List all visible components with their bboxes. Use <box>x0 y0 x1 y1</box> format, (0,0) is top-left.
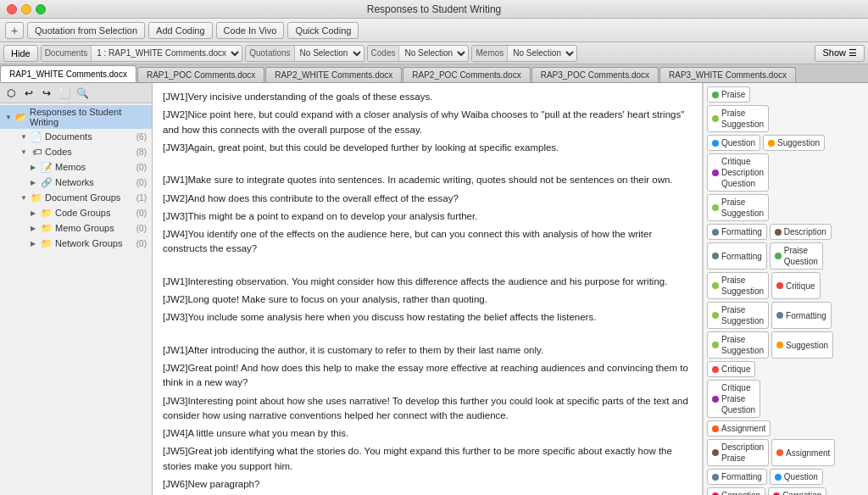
tab-rap3-white[interactable]: RAP3_WHITE Comments.docx <box>659 67 796 82</box>
code-tag-correction2[interactable]: Correction <box>768 487 826 495</box>
code-tag-critique-praise-question[interactable]: Critique Praise Question <box>707 380 760 418</box>
tag-row: Praise Suggestion <box>707 194 865 221</box>
code-tag-praise-suggestion5[interactable]: Praise Suggestion <box>707 331 769 359</box>
sidebar-icon-4[interactable]: ⬜ <box>57 86 72 101</box>
code-tag-formatting2[interactable]: Formatting <box>707 242 767 270</box>
code-dot <box>776 282 783 289</box>
sidebar-icon-1[interactable]: ⬡ <box>3 86 19 101</box>
netgroups-icon: 📁 <box>41 237 53 249</box>
sidebar-item-memos[interactable]: ▶ 📝 Memos (0) <box>0 159 152 175</box>
close-button[interactable] <box>7 4 17 14</box>
code-tag-formatting4[interactable]: Formatting <box>707 469 767 485</box>
minimize-button[interactable] <box>21 4 31 14</box>
code-tag-question2[interactable]: Question <box>770 469 823 485</box>
code-tag-praise-suggestion2[interactable]: Praise Suggestion <box>707 194 769 221</box>
code-dot <box>712 492 719 496</box>
memos-arrow: ▶ <box>31 164 39 171</box>
tag-row: Praise SuggestionSuggestion <box>707 331 865 359</box>
sidebar-item-networks[interactable]: ▶ 🔗 Networks (0) <box>0 175 152 190</box>
codes-select[interactable]: No Selection <box>399 46 468 61</box>
code-tag-label: Critique Praise Question <box>721 382 755 415</box>
tab-rap1-white[interactable]: RAP1_WHITE Comments.docx <box>0 65 136 82</box>
sidebar-item-memo-groups[interactable]: ▶ 📁 Memo Groups (0) <box>0 220 152 236</box>
sidebar-icon-2[interactable]: ↩ <box>21 86 36 101</box>
codes-count: (8) <box>136 147 147 157</box>
code-tag-label: Praise Suggestion <box>721 304 764 326</box>
quotations-select[interactable]: No Selection <box>295 46 364 61</box>
code-tag-praise1[interactable]: Praise <box>707 86 750 103</box>
tag-row: FormattingQuestion <box>707 469 865 485</box>
code-dot <box>776 449 783 456</box>
tag-row: Description PraiseAssignment <box>707 439 865 466</box>
memos-select[interactable]: No Selection <box>508 46 576 61</box>
code-tag-correction1[interactable]: Correction <box>707 487 765 495</box>
code-tag-critique1[interactable]: Critique <box>771 272 820 299</box>
code-tag-critique2[interactable]: Critique <box>707 361 755 377</box>
code-tag-assignment1[interactable]: Assignment <box>707 420 771 437</box>
tag-row: Assignment <box>707 420 865 437</box>
document-content[interactable]: [JW1]Very incisive understanding of the … <box>153 83 703 495</box>
code-dot <box>712 449 719 456</box>
code-tag-formatting3[interactable]: Formatting <box>771 302 832 329</box>
code-tag-formatting1[interactable]: Formatting <box>707 224 767 240</box>
tag-row: QuestionSuggestion <box>707 135 865 151</box>
sidebar-item-documents[interactable]: ▼ 📄 Documents (6) <box>0 129 152 144</box>
sidebar-icon-5[interactable]: 🔍 <box>75 86 90 101</box>
sidebar-item-doc-groups[interactable]: ▼ 📁 Document Groups (1) <box>0 190 152 205</box>
code-in-vivo-button[interactable]: Code In Vivo <box>216 22 285 39</box>
quotation-from-selection-button[interactable]: Quotation from Selection <box>27 22 145 39</box>
sidebar-item-code-groups[interactable]: ▶ 📁 Code Groups (0) <box>0 205 152 220</box>
code-tag-praise-suggestion[interactable]: Praise Suggestion <box>707 105 769 132</box>
code-dot <box>712 170 719 176</box>
maximize-button[interactable] <box>36 4 46 14</box>
sidebar-item-network-groups[interactable]: ▶ 📁 Network Groups (0) <box>0 236 152 251</box>
tag-row: Critique Description Question <box>707 153 865 192</box>
code-dot <box>776 312 783 319</box>
codes-arrow: ▼ <box>20 148 29 156</box>
code-tag-praise-suggestion4[interactable]: Praise Suggestion <box>707 302 769 329</box>
code-tag-assignment2[interactable]: Assignment <box>771 439 835 466</box>
add-coding-button[interactable]: Add Coding <box>148 22 213 39</box>
networks-count: (0) <box>136 178 147 187</box>
code-dot <box>775 253 782 259</box>
code-tag-suggestion1[interactable]: Suggestion <box>763 135 825 151</box>
code-tag-description-praise[interactable]: Description Praise <box>707 439 769 466</box>
show-button[interactable]: Show ☰ <box>815 45 865 62</box>
tab-rap1-poc[interactable]: RAP1_POC Comments.docx <box>137 67 264 82</box>
docgroups-icon: 📁 <box>31 192 42 203</box>
quotations-dropdown-group: Quotations No Selection <box>245 45 364 62</box>
documents-label: Documents <box>42 46 92 61</box>
code-tag-critique-desc-question[interactable]: Critique Description Question <box>707 153 769 192</box>
code-tag-label: Assignment <box>721 423 765 434</box>
hide-button[interactable]: Hide <box>3 45 38 62</box>
sidebar-root[interactable]: ▼ 📂 Responses to Student Writing <box>0 105 152 129</box>
tab-rap2-white[interactable]: RAP2_WHITE Comments.docx <box>265 67 402 82</box>
tab-rap3-poc[interactable]: RAP3_POC Comments.docx <box>531 67 659 82</box>
content-paragraph: [JW1]After introducing the author, it is… <box>163 343 692 358</box>
content-paragraph: [JW3]You include some analysis here when… <box>163 310 692 325</box>
code-tag-label: Formatting <box>721 251 762 262</box>
tab-rap2-poc[interactable]: RAP2_POC Comments.docx <box>403 67 530 82</box>
tag-row: Praise <box>707 86 865 103</box>
tag-row: Critique <box>707 361 865 377</box>
add-button[interactable]: + <box>5 22 24 39</box>
code-tag-suggestion2[interactable]: Suggestion <box>771 331 833 359</box>
sidebar-icon-3[interactable]: ↪ <box>39 86 54 101</box>
codegroups-icon: 📁 <box>41 207 53 219</box>
code-tag-description1[interactable]: Description <box>770 224 832 240</box>
quick-coding-button[interactable]: Quick Coding <box>287 22 359 39</box>
content-paragraph: [JW2]Nice point here, but could expand w… <box>163 108 692 137</box>
titlebar: Responses to Student Writing <box>0 0 868 19</box>
main-layout: ⬡ ↩ ↪ ⬜ 🔍 ▼ 📂 Responses to Student Writi… <box>0 83 868 495</box>
code-tag-question1[interactable]: Question <box>707 135 760 151</box>
content-paragraph: [JW1]Interesting observation. You might … <box>163 275 692 289</box>
code-dot <box>712 282 719 289</box>
code-tag-label: Critique <box>786 281 815 292</box>
codegroups-count: (0) <box>136 209 147 218</box>
networks-label: Networks <box>55 177 136 187</box>
code-tag-label: Critique <box>721 364 750 375</box>
sidebar-item-codes[interactable]: ▼ 🏷 Codes (8) <box>0 144 152 159</box>
code-tag-praise-suggestion3[interactable]: Praise Suggestion <box>707 272 769 299</box>
code-tag-praise-question[interactable]: Praise Question <box>770 242 823 270</box>
documents-select[interactable]: 1 : RAP1_WHITE Comments.docx <box>92 46 242 61</box>
